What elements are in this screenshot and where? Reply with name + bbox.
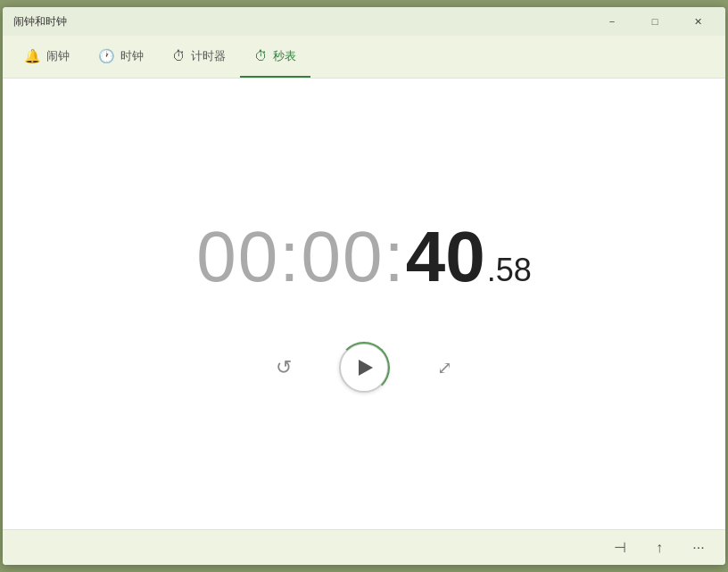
app-window: 闹钟和时钟 − □ ✕ 🔔 闹钟 🕐 时钟 ⏱ 计时器 ⏱ 秒表 00 : 0	[3, 7, 725, 565]
window-title: 闹钟和时钟	[13, 14, 67, 29]
stopwatch-display: 00 : 00 : 40 .58	[196, 216, 531, 298]
stopwatch-icon: ⏱	[254, 48, 268, 63]
stopwatch-sep1: :	[279, 216, 301, 298]
share-icon: ↑	[656, 540, 663, 556]
tab-stopwatch-label: 秒表	[273, 48, 296, 64]
reset-icon: ↺	[276, 356, 292, 379]
stopwatch-minutes: 00	[301, 216, 384, 298]
controls-row: ↺ ⤢	[264, 343, 464, 393]
stopwatch-sep2: :	[384, 216, 405, 298]
maximize-button[interactable]: □	[634, 7, 675, 36]
play-icon	[359, 360, 373, 376]
tab-alarm[interactable]: 🔔 闹钟	[10, 36, 84, 78]
more-button[interactable]: ···	[682, 532, 715, 564]
tab-alarm-label: 闹钟	[46, 48, 70, 64]
stopwatch-milliseconds: .58	[487, 252, 532, 289]
tab-timer-label: 计时器	[191, 48, 226, 64]
tab-clock[interactable]: 🕐 时钟	[84, 36, 158, 78]
tab-stopwatch[interactable]: ⏱ 秒表	[240, 36, 310, 78]
clock-icon: 🕐	[98, 48, 115, 64]
expand-icon: ⤢	[437, 357, 452, 378]
main-content: 00 : 00 : 40 .58 ↺ ⤢	[3, 79, 725, 529]
more-icon: ···	[692, 540, 704, 556]
tab-clock-label: 时钟	[120, 48, 144, 64]
alarm-icon: 🔔	[24, 48, 41, 64]
title-bar-controls: − □ ✕	[592, 7, 718, 36]
title-bar: 闹钟和时钟 − □ ✕	[3, 7, 725, 36]
minimize-button[interactable]: −	[592, 7, 633, 36]
tab-timer[interactable]: ⏱ 计时器	[158, 36, 240, 78]
reset-button[interactable]: ↺	[264, 348, 303, 387]
timer-icon: ⏱	[172, 48, 186, 63]
expand-button[interactable]: ⤢	[425, 348, 464, 387]
close-button[interactable]: ✕	[677, 7, 718, 36]
stopwatch-hours: 00	[196, 216, 279, 298]
pin-icon: ⊣	[614, 539, 626, 556]
stopwatch-seconds: 40	[406, 216, 485, 298]
share-button[interactable]: ↑	[643, 532, 675, 564]
pin-button[interactable]: ⊣	[604, 532, 636, 564]
tab-bar: 🔔 闹钟 🕐 时钟 ⏱ 计时器 ⏱ 秒表	[3, 36, 725, 79]
status-bar: ⊣ ↑ ···	[3, 529, 725, 565]
play-button[interactable]	[339, 343, 389, 393]
